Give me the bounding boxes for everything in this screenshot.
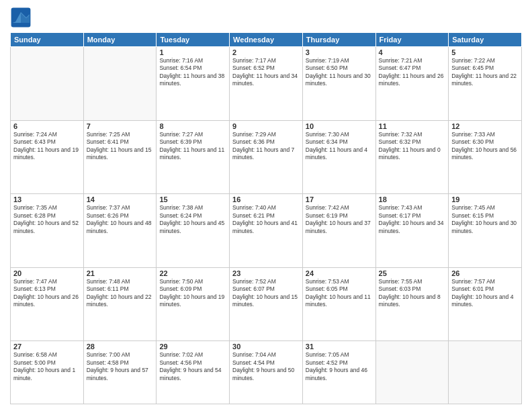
day-number: 19 xyxy=(451,195,519,203)
calendar-week-row: 6Sunrise: 7:24 AM Sunset: 6:43 PM Daylig… xyxy=(11,120,522,194)
weekday-header-tuesday: Tuesday xyxy=(157,33,230,47)
calendar-cell: 4Sunrise: 7:21 AM Sunset: 6:47 PM Daylig… xyxy=(375,47,449,121)
day-number: 17 xyxy=(306,195,373,203)
calendar-cell: 10Sunrise: 7:30 AM Sunset: 6:34 PM Dayli… xyxy=(302,120,375,194)
day-number: 1 xyxy=(159,48,226,56)
day-number: 14 xyxy=(87,195,154,203)
day-number: 28 xyxy=(87,342,154,351)
day-number: 27 xyxy=(13,342,81,351)
day-number: 30 xyxy=(232,342,300,351)
calendar-cell: 29Sunrise: 7:02 AM Sunset: 4:56 PM Dayli… xyxy=(157,341,230,404)
calendar-cell: 11Sunrise: 7:32 AM Sunset: 6:32 PM Dayli… xyxy=(375,120,449,194)
day-info: Sunrise: 7:27 AM Sunset: 6:39 PM Dayligh… xyxy=(159,131,226,162)
day-info: Sunrise: 7:48 AM Sunset: 6:11 PM Dayligh… xyxy=(87,278,154,309)
day-info: Sunrise: 7:21 AM Sunset: 6:47 PM Dayligh… xyxy=(379,57,446,88)
day-info: Sunrise: 7:00 AM Sunset: 4:58 PM Dayligh… xyxy=(87,351,154,382)
calendar-cell: 16Sunrise: 7:40 AM Sunset: 6:21 PM Dayli… xyxy=(230,194,303,268)
calendar-cell: 24Sunrise: 7:53 AM Sunset: 6:05 PM Dayli… xyxy=(302,267,375,341)
day-number: 9 xyxy=(232,122,300,130)
day-number: 6 xyxy=(13,122,81,130)
calendar-cell: 2Sunrise: 7:17 AM Sunset: 6:52 PM Daylig… xyxy=(230,47,303,121)
day-info: Sunrise: 7:04 AM Sunset: 4:54 PM Dayligh… xyxy=(232,351,300,382)
calendar-week-row: 1Sunrise: 7:16 AM Sunset: 6:54 PM Daylig… xyxy=(11,47,522,121)
day-number: 24 xyxy=(306,269,373,277)
day-info: Sunrise: 7:30 AM Sunset: 6:34 PM Dayligh… xyxy=(306,131,373,162)
day-number: 5 xyxy=(451,48,519,56)
day-number: 7 xyxy=(87,122,154,130)
calendar-cell: 3Sunrise: 7:19 AM Sunset: 6:50 PM Daylig… xyxy=(302,47,375,121)
day-number: 2 xyxy=(232,48,300,56)
header xyxy=(10,7,522,28)
day-info: Sunrise: 7:02 AM Sunset: 4:56 PM Dayligh… xyxy=(159,351,226,382)
calendar-week-row: 13Sunrise: 7:35 AM Sunset: 6:28 PM Dayli… xyxy=(11,194,522,268)
calendar-cell: 13Sunrise: 7:35 AM Sunset: 6:28 PM Dayli… xyxy=(11,194,84,268)
day-number: 11 xyxy=(379,122,446,130)
day-number: 25 xyxy=(379,269,446,277)
calendar-body: 1Sunrise: 7:16 AM Sunset: 6:54 PM Daylig… xyxy=(11,47,522,404)
weekday-header-row: SundayMondayTuesdayWednesdayThursdayFrid… xyxy=(11,33,522,47)
calendar-cell: 30Sunrise: 7:04 AM Sunset: 4:54 PM Dayli… xyxy=(230,341,303,404)
day-number: 29 xyxy=(159,342,226,351)
day-info: Sunrise: 7:43 AM Sunset: 6:17 PM Dayligh… xyxy=(379,204,446,235)
day-number: 20 xyxy=(13,269,81,277)
calendar-cell: 28Sunrise: 7:00 AM Sunset: 4:58 PM Dayli… xyxy=(83,341,157,404)
day-info: Sunrise: 7:53 AM Sunset: 6:05 PM Dayligh… xyxy=(306,278,373,309)
calendar-cell xyxy=(11,47,84,121)
calendar-cell: 12Sunrise: 7:33 AM Sunset: 6:30 PM Dayli… xyxy=(449,120,522,194)
day-info: Sunrise: 6:58 AM Sunset: 5:00 PM Dayligh… xyxy=(13,351,81,382)
calendar-cell: 8Sunrise: 7:27 AM Sunset: 6:39 PM Daylig… xyxy=(157,120,230,194)
day-number: 16 xyxy=(232,195,300,203)
day-info: Sunrise: 7:19 AM Sunset: 6:50 PM Dayligh… xyxy=(306,57,373,88)
day-info: Sunrise: 7:47 AM Sunset: 6:13 PM Dayligh… xyxy=(13,278,81,309)
day-number: 4 xyxy=(379,48,446,56)
weekday-header-sunday: Sunday xyxy=(11,33,84,47)
calendar-header: SundayMondayTuesdayWednesdayThursdayFrid… xyxy=(11,33,522,47)
calendar-cell: 6Sunrise: 7:24 AM Sunset: 6:43 PM Daylig… xyxy=(11,120,84,194)
calendar-week-row: 27Sunrise: 6:58 AM Sunset: 5:00 PM Dayli… xyxy=(11,341,522,404)
day-info: Sunrise: 7:52 AM Sunset: 6:07 PM Dayligh… xyxy=(232,278,300,309)
day-info: Sunrise: 7:38 AM Sunset: 6:24 PM Dayligh… xyxy=(159,204,226,235)
day-number: 13 xyxy=(13,195,81,203)
calendar-cell: 17Sunrise: 7:42 AM Sunset: 6:19 PM Dayli… xyxy=(302,194,375,268)
calendar-cell xyxy=(375,341,449,404)
calendar-cell: 9Sunrise: 7:29 AM Sunset: 6:36 PM Daylig… xyxy=(230,120,303,194)
day-number: 23 xyxy=(232,269,300,277)
day-info: Sunrise: 7:50 AM Sunset: 6:09 PM Dayligh… xyxy=(159,278,226,309)
day-number: 8 xyxy=(159,122,226,130)
calendar-cell xyxy=(449,341,522,404)
day-number: 3 xyxy=(306,48,373,56)
day-number: 22 xyxy=(159,269,226,277)
weekday-header-friday: Friday xyxy=(375,33,449,47)
day-info: Sunrise: 7:32 AM Sunset: 6:32 PM Dayligh… xyxy=(379,131,446,162)
calendar-cell: 18Sunrise: 7:43 AM Sunset: 6:17 PM Dayli… xyxy=(375,194,449,268)
day-number: 26 xyxy=(451,269,519,277)
calendar-cell: 19Sunrise: 7:45 AM Sunset: 6:15 PM Dayli… xyxy=(449,194,522,268)
calendar-cell: 20Sunrise: 7:47 AM Sunset: 6:13 PM Dayli… xyxy=(11,267,84,341)
page: SundayMondayTuesdayWednesdayThursdayFrid… xyxy=(0,0,532,411)
day-info: Sunrise: 7:57 AM Sunset: 6:01 PM Dayligh… xyxy=(451,278,519,309)
calendar-cell: 25Sunrise: 7:55 AM Sunset: 6:03 PM Dayli… xyxy=(375,267,449,341)
day-number: 15 xyxy=(159,195,226,203)
day-number: 18 xyxy=(379,195,446,203)
day-number: 31 xyxy=(306,342,373,351)
calendar-cell: 14Sunrise: 7:37 AM Sunset: 6:26 PM Dayli… xyxy=(83,194,157,268)
day-info: Sunrise: 7:42 AM Sunset: 6:19 PM Dayligh… xyxy=(306,204,373,235)
calendar-cell: 27Sunrise: 6:58 AM Sunset: 5:00 PM Dayli… xyxy=(11,341,84,404)
day-info: Sunrise: 7:25 AM Sunset: 6:41 PM Dayligh… xyxy=(87,131,154,162)
calendar-table: SundayMondayTuesdayWednesdayThursdayFrid… xyxy=(10,32,522,404)
calendar-cell: 15Sunrise: 7:38 AM Sunset: 6:24 PM Dayli… xyxy=(157,194,230,268)
logo xyxy=(10,7,33,28)
weekday-header-monday: Monday xyxy=(83,33,157,47)
weekday-header-thursday: Thursday xyxy=(302,33,375,47)
weekday-header-saturday: Saturday xyxy=(449,33,522,47)
day-info: Sunrise: 7:33 AM Sunset: 6:30 PM Dayligh… xyxy=(451,131,519,162)
day-number: 21 xyxy=(87,269,154,277)
calendar-cell: 31Sunrise: 7:05 AM Sunset: 4:52 PM Dayli… xyxy=(302,341,375,404)
day-info: Sunrise: 7:45 AM Sunset: 6:15 PM Dayligh… xyxy=(451,204,519,235)
calendar-cell: 5Sunrise: 7:22 AM Sunset: 6:45 PM Daylig… xyxy=(449,47,522,121)
calendar-cell: 7Sunrise: 7:25 AM Sunset: 6:41 PM Daylig… xyxy=(83,120,157,194)
weekday-header-wednesday: Wednesday xyxy=(230,33,303,47)
day-info: Sunrise: 7:17 AM Sunset: 6:52 PM Dayligh… xyxy=(232,57,300,88)
day-info: Sunrise: 7:40 AM Sunset: 6:21 PM Dayligh… xyxy=(232,204,300,235)
day-info: Sunrise: 7:37 AM Sunset: 6:26 PM Dayligh… xyxy=(87,204,154,235)
